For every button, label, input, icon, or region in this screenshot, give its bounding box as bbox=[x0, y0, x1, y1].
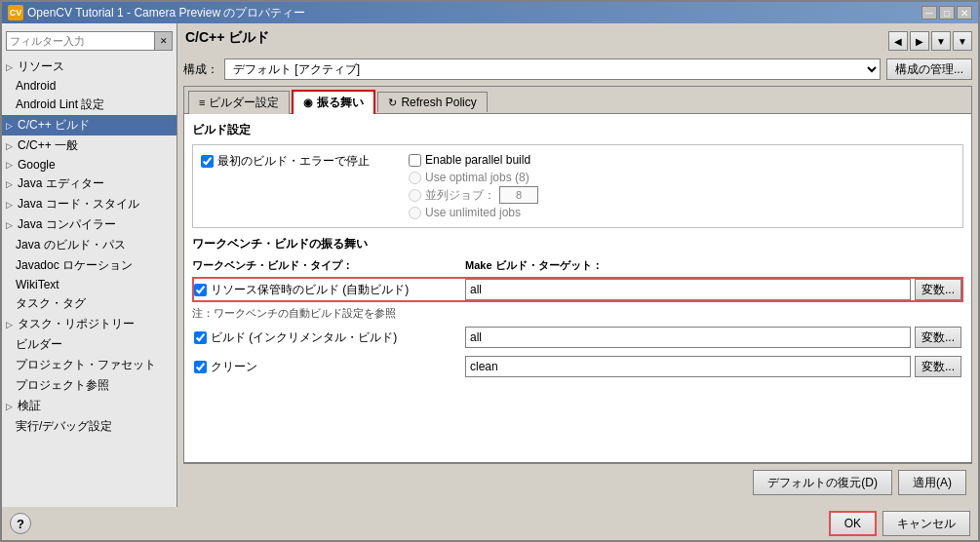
sidebar-item-verification[interactable]: ▷ 検証 bbox=[2, 396, 176, 416]
tab-builder-settings[interactable]: ≡ ビルダー設定 bbox=[188, 91, 290, 114]
close-button[interactable]: ✕ bbox=[957, 6, 972, 19]
sidebar-item-java-editor[interactable]: ▷ Java エディター bbox=[2, 174, 176, 194]
ok-cancel-group: OK キャンセル bbox=[829, 511, 970, 536]
sidebar-item-javadoc[interactable]: Javadoc ロケーション bbox=[2, 255, 176, 276]
sidebar-item-run-debug[interactable]: 実行/デバッグ設定 bbox=[2, 416, 176, 437]
help-button[interactable]: ? bbox=[10, 513, 31, 534]
parallel-jobs-radio bbox=[409, 189, 421, 202]
bottom-bar: デフォルトの復元(D) 適用(A) bbox=[183, 463, 972, 501]
sidebar: ✕ ▷ リソース Android Android Lint 設定 ▷ C/C++… bbox=[2, 23, 177, 507]
cancel-button[interactable]: キャンセル bbox=[882, 511, 970, 536]
sidebar-item-cpp-build[interactable]: ▷ C/C++ ビルド bbox=[2, 115, 176, 136]
sidebar-item-label: Java コード・スタイル bbox=[18, 196, 139, 213]
sidebar-filter-container: ✕ bbox=[6, 31, 173, 51]
refresh-icon: ↻ bbox=[388, 97, 397, 109]
workbench-header-row: ワークベンチ・ビルド・タイプ： Make ビルド・ターゲット： bbox=[192, 258, 963, 273]
incremental-build-row: ビルド (インクリメンタル・ビルド) 変数... bbox=[192, 325, 963, 350]
config-select[interactable]: デフォルト [アクティブ] bbox=[224, 58, 881, 80]
workbench-title: ワークベンチ・ビルドの振る舞い bbox=[192, 236, 963, 252]
sidebar-item-label: ビルダー bbox=[16, 336, 62, 353]
tab-behavior[interactable]: ◉ 振る舞い bbox=[292, 90, 375, 114]
sidebar-filter-clear-icon[interactable]: ✕ bbox=[154, 32, 172, 50]
auto-build-label: リソース保管時のビルド (自動ビルド) bbox=[211, 282, 409, 298]
config-label: 構成： bbox=[183, 61, 218, 78]
stop-on-error-checkbox[interactable] bbox=[201, 155, 214, 168]
auto-build-vars-button[interactable]: 変数... bbox=[915, 279, 961, 300]
sidebar-item-label: プロジェクト参照 bbox=[16, 377, 109, 394]
incremental-build-vars-button[interactable]: 変数... bbox=[915, 327, 961, 348]
arrow-icon: ▷ bbox=[6, 62, 13, 72]
sidebar-item-label: C/C++ ビルド bbox=[18, 117, 90, 134]
tabs-container: ≡ ビルダー設定 ◉ 振る舞い ↻ Refresh Policy ビルド bbox=[183, 86, 972, 463]
sidebar-item-java-compiler[interactable]: ▷ Java コンパイラー bbox=[2, 214, 176, 235]
title-bar-controls: ─ □ ✕ bbox=[921, 6, 972, 19]
sidebar-item-resource[interactable]: ▷ リソース bbox=[2, 57, 176, 77]
unlimited-jobs-radio bbox=[409, 207, 421, 219]
nav-back-button[interactable]: ◀ bbox=[888, 31, 908, 51]
incremental-build-checkbox[interactable] bbox=[194, 331, 207, 344]
clean-vars-button[interactable]: 変数... bbox=[915, 356, 961, 377]
tab-refresh-policy[interactable]: ↻ Refresh Policy bbox=[377, 92, 487, 112]
optimal-jobs-row: Use optimal jobs (8) bbox=[409, 171, 955, 184]
auto-build-checkbox[interactable] bbox=[194, 284, 207, 296]
sidebar-item-label: 検証 bbox=[18, 398, 41, 414]
workbench-col-type: ワークベンチ・ビルド・タイプ： bbox=[192, 258, 465, 273]
sidebar-filter-input[interactable] bbox=[7, 34, 154, 48]
sidebar-item-android[interactable]: Android bbox=[2, 77, 176, 95]
config-row: 構成： デフォルト [アクティブ] 構成の管理... bbox=[183, 58, 972, 80]
incremental-build-label-container: ビルド (インクリメンタル・ビルド) bbox=[194, 329, 465, 346]
auto-build-label-container: リソース保管時のビルド (自動ビルド) bbox=[194, 282, 465, 298]
maximize-button[interactable]: □ bbox=[939, 6, 955, 19]
stop-on-error-row: 最初のビルド・エラーで停止 bbox=[201, 153, 370, 170]
clean-input[interactable] bbox=[465, 356, 911, 377]
window-title: OpenCV Tutorial 1 - Camera Preview のプロパテ… bbox=[27, 5, 305, 21]
nav-dropdown-button[interactable]: ▼ bbox=[931, 31, 951, 51]
sidebar-item-project-ref[interactable]: プロジェクト参照 bbox=[2, 375, 176, 396]
restore-defaults-button[interactable]: デフォルトの復元(D) bbox=[753, 470, 892, 495]
sidebar-item-label: Google bbox=[18, 158, 56, 172]
parallel-build-checkbox[interactable] bbox=[409, 154, 421, 167]
sidebar-item-task-repo[interactable]: ▷ タスク・リポジトリー bbox=[2, 314, 176, 334]
sidebar-item-label: Java コンパイラー bbox=[18, 216, 116, 233]
sidebar-item-label: Android bbox=[16, 79, 56, 93]
app-icon: CV bbox=[8, 5, 23, 20]
clean-row: クリーン 変数... bbox=[192, 354, 963, 379]
sidebar-item-wikitext[interactable]: WikiText bbox=[2, 276, 176, 293]
sidebar-item-label: プロジェクト・ファセット bbox=[16, 357, 156, 373]
config-manage-button[interactable]: 構成の管理... bbox=[886, 58, 972, 80]
optimal-jobs-radio bbox=[409, 172, 421, 184]
sidebar-item-android-lint[interactable]: Android Lint 設定 bbox=[2, 95, 176, 115]
main-panel: C/C++ ビルド ◀ ▶ ▼ ▼ 構成： デフォルト [アクティブ] 構成の管… bbox=[177, 23, 978, 507]
apply-button[interactable]: 適用(A) bbox=[898, 470, 966, 495]
sidebar-item-java-buildpath[interactable]: Java のビルド・パス bbox=[2, 235, 176, 255]
sidebar-item-task-tags[interactable]: タスク・タグ bbox=[2, 293, 176, 314]
sidebar-item-label: 実行/デバッグ設定 bbox=[16, 418, 112, 435]
sidebar-item-cpp-general[interactable]: ▷ C/C++ 一般 bbox=[2, 136, 176, 156]
window-bottom-bar: ? OK キャンセル bbox=[2, 507, 978, 540]
ok-button[interactable]: OK bbox=[829, 511, 877, 536]
arrow-icon: ▷ bbox=[6, 179, 13, 189]
nav-more-button[interactable]: ▼ bbox=[953, 31, 972, 51]
main-window: CV OpenCV Tutorial 1 - Camera Preview のプ… bbox=[0, 0, 980, 542]
arrow-icon: ▷ bbox=[6, 402, 13, 411]
build-settings-title: ビルド設定 bbox=[192, 122, 963, 138]
arrow-icon: ▷ bbox=[6, 320, 13, 329]
radio-group: Use optimal jobs (8) 並列ジョブ： bbox=[409, 171, 955, 219]
sidebar-item-label: タスク・タグ bbox=[16, 295, 86, 312]
parallel-build-label: Enable parallel build bbox=[425, 153, 530, 167]
tabs-header: ≡ ビルダー設定 ◉ 振る舞い ↻ Refresh Policy bbox=[184, 87, 971, 114]
sidebar-item-project-facet[interactable]: プロジェクト・ファセット bbox=[2, 355, 176, 375]
build-settings-row: 最初のビルド・エラーで停止 Enable parallel build bbox=[201, 153, 955, 219]
tab-label: 振る舞い bbox=[317, 95, 364, 111]
minimize-button[interactable]: ─ bbox=[921, 6, 937, 19]
nav-arrows: ◀ ▶ ▼ ▼ bbox=[888, 31, 972, 51]
incremental-build-input[interactable] bbox=[465, 327, 911, 348]
auto-build-input[interactable] bbox=[465, 279, 911, 300]
nav-forward-button[interactable]: ▶ bbox=[910, 31, 929, 51]
sidebar-item-label: WikiText bbox=[16, 278, 59, 291]
sidebar-item-java-codestyle[interactable]: ▷ Java コード・スタイル bbox=[2, 194, 176, 214]
sidebar-item-builder[interactable]: ビルダー bbox=[2, 334, 176, 355]
clean-checkbox[interactable] bbox=[194, 361, 207, 373]
sidebar-item-google[interactable]: ▷ Google bbox=[2, 156, 176, 174]
incremental-build-label: ビルド (インクリメンタル・ビルド) bbox=[211, 329, 397, 346]
